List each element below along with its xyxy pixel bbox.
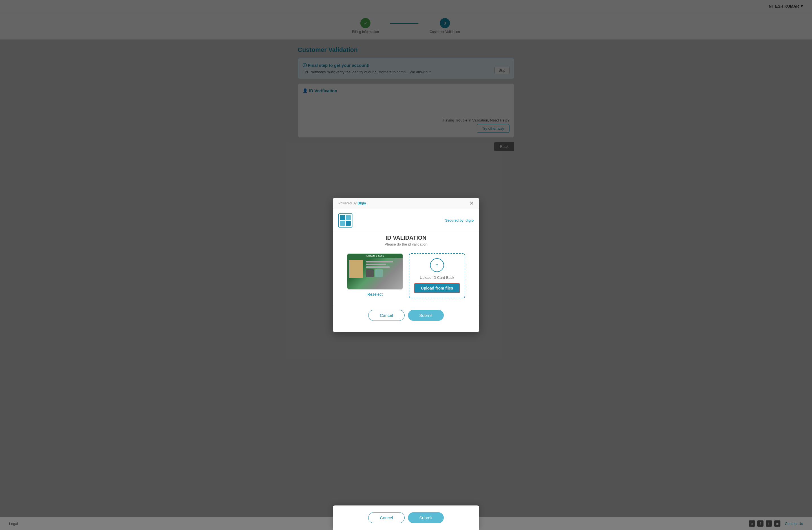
upload-label: Upload ID Card Back xyxy=(420,276,454,280)
modal-logo xyxy=(338,214,352,227)
secured-by: Secured by digio xyxy=(445,219,474,222)
powered-by-label: Powered By xyxy=(338,201,357,205)
modal-title: ID VALIDATION xyxy=(339,235,473,241)
reselect-link[interactable]: Reselect xyxy=(347,292,403,297)
id-card-photo xyxy=(349,260,363,278)
upload-icon: ↑ xyxy=(430,258,444,272)
upload-box: ↑ Upload ID Card Back Upload from files xyxy=(409,253,465,298)
bottom-modal-panel: Cancel Submit xyxy=(333,505,479,530)
digio-link[interactable]: Digio xyxy=(358,201,366,205)
modal-subtitle: Please do the id validation xyxy=(339,242,473,246)
id-card-preview: INDIAN STATE xyxy=(347,253,403,290)
id-validation-modal: Powered By Digio ✕ Secured by digio xyxy=(333,198,479,332)
submit-button[interactable]: Submit xyxy=(408,310,444,321)
bottom-submit-button[interactable]: Submit xyxy=(408,512,444,523)
modal-close-button[interactable]: ✕ xyxy=(469,201,474,206)
bottom-cancel-button[interactable]: Cancel xyxy=(368,512,405,523)
cancel-button[interactable]: Cancel xyxy=(368,310,405,321)
upload-files-button[interactable]: Upload from files xyxy=(414,283,460,293)
id-card-header-text: INDIAN STATE xyxy=(347,254,403,258)
modal-overlay: Powered By Digio ✕ Secured by digio xyxy=(0,0,812,530)
